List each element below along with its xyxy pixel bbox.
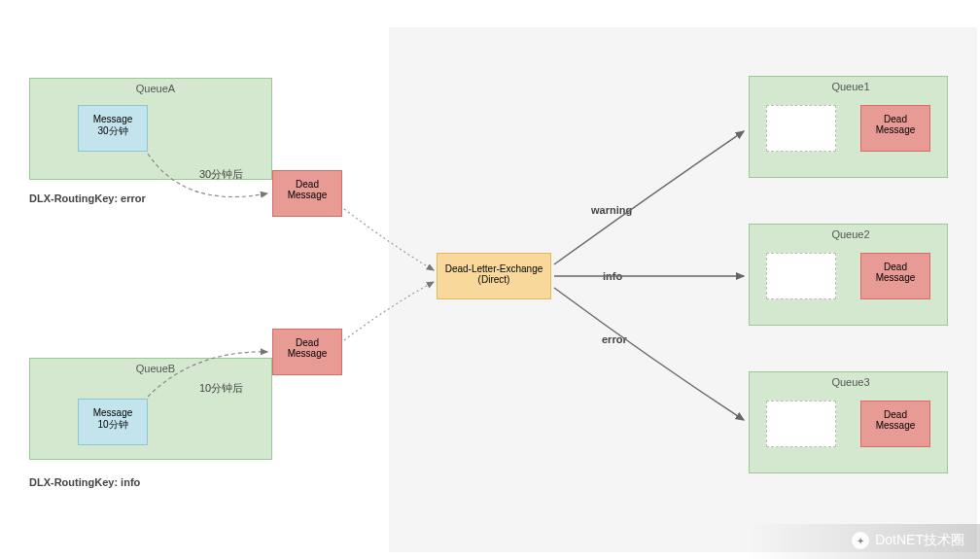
route-error: error	[602, 333, 627, 345]
msg-line1: Message	[83, 407, 143, 418]
dead-line2: Message	[865, 420, 926, 431]
queue-2-title: Queue2	[826, 228, 875, 240]
queue-3-empty	[766, 401, 836, 447]
queue-3-title: Queue3	[826, 376, 875, 388]
queue-a-dead: Dead Message	[272, 170, 342, 217]
queue-1-empty	[766, 105, 836, 152]
queue-b-routing: DLX-RoutingKey: info	[29, 476, 140, 488]
watermark: ✦ DotNET技术圈	[852, 532, 964, 549]
queue-b-title: QueueB	[126, 363, 185, 374]
exchange-line1: Dead-Letter-Exchange	[441, 263, 546, 274]
route-info: info	[603, 270, 622, 282]
queue-2-dead: Dead Message	[860, 253, 930, 299]
msg-line2: 10分钟	[83, 418, 143, 432]
exchange-line2: (Direct)	[441, 274, 546, 285]
queue-1-title: Queue1	[826, 81, 875, 92]
queue-b-message: Message 10分钟	[78, 399, 148, 445]
dead-line1: Dead	[865, 409, 926, 420]
dead-letter-exchange: Dead-Letter-Exchange (Direct)	[437, 253, 551, 299]
route-warning: warning	[591, 204, 632, 216]
queue-3-dead: Dead Message	[860, 401, 930, 447]
dead-line2: Message	[277, 348, 337, 359]
queue-1-dead: Dead Message	[860, 105, 930, 152]
dead-line2: Message	[277, 190, 337, 200]
queue-a-message: Message 30分钟	[78, 105, 148, 152]
dead-line1: Dead	[865, 114, 926, 124]
wechat-icon: ✦	[852, 532, 869, 549]
msg-line2: 30分钟	[83, 124, 143, 138]
queue-a-routing: DLX-RoutingKey: error	[29, 192, 146, 204]
queue-2-empty	[766, 253, 836, 299]
queue-a-title: QueueA	[126, 83, 185, 94]
dead-line1: Dead	[277, 337, 337, 348]
queue-b-after: 10分钟后	[199, 381, 243, 396]
dead-line2: Message	[865, 272, 926, 283]
dead-line1: Dead	[865, 262, 926, 272]
dead-line2: Message	[865, 124, 926, 135]
queue-b-dead: Dead Message	[272, 329, 342, 375]
dead-line1: Dead	[277, 179, 337, 190]
watermark-text: DotNET技术圈	[875, 532, 964, 549]
msg-line1: Message	[83, 114, 143, 124]
queue-a-after: 30分钟后	[199, 167, 243, 182]
